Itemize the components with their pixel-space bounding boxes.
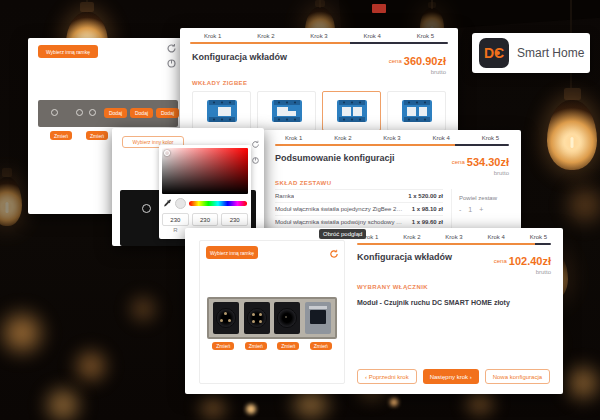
section-label: WKŁADY ZIGBEE: [180, 75, 458, 86]
change-insert-button[interactable]: Zmień: [245, 342, 267, 350]
qty-minus-button[interactable]: -: [459, 206, 461, 213]
page-title: Konfiguracja wkładów: [192, 52, 287, 62]
price-note: brutto: [494, 269, 551, 275]
change-insert-button[interactable]: Zmień: [212, 342, 234, 350]
module-card[interactable]: [192, 91, 251, 131]
module-card[interactable]: [257, 91, 316, 131]
step-progress-bar: [357, 243, 551, 245]
socket-slot-buttons: Zmień Zmień Zmień Zmień: [207, 342, 337, 350]
table-row: Moduł włącznika światła pojedynczy ZigBe…: [275, 202, 443, 215]
add-insert-button[interactable]: Dodaj: [130, 108, 153, 118]
red-sign: [372, 4, 386, 13]
choose-other-frame-button[interactable]: Wybierz inną ramkę: [206, 246, 258, 259]
change-insert-button[interactable]: Zmień: [86, 131, 108, 140]
price-label: cena: [452, 159, 465, 165]
saturation-value-area[interactable]: [162, 148, 248, 194]
step-label[interactable]: Krok 3: [445, 234, 462, 240]
rotate-preview-icon[interactable]: [166, 43, 177, 54]
config-detail-pane: Krok 1 Krok 2 Krok 3 Krok 4 Krok 5 Konfi…: [357, 228, 551, 394]
step-label[interactable]: Krok 2: [403, 234, 420, 240]
din-module-thumbnail: [400, 99, 434, 123]
bokeh-glow: [0, 305, 50, 361]
change-insert-button[interactable]: Zmień: [50, 131, 72, 140]
bokeh-glow: [196, 390, 230, 420]
inserts-config-window: Obróć podgląd Wybierz inną ramkę: [185, 228, 563, 394]
item-name: Ramka: [275, 193, 294, 199]
add-insert-button[interactable]: Dodaj: [156, 108, 179, 118]
rgb-input-b[interactable]: [221, 213, 248, 226]
bokeh-glow: [40, 382, 86, 420]
rotate-preview-tooltip: Obróć podgląd: [319, 229, 366, 239]
brand-name: Smart Home: [517, 33, 584, 73]
step-label[interactable]: Krok 2: [334, 135, 351, 141]
item-price: 1 x 98.10 zł: [412, 206, 443, 212]
change-insert-button[interactable]: Zmień: [310, 342, 332, 350]
sv-handle[interactable]: [164, 150, 170, 156]
step-label[interactable]: Krok 1: [204, 33, 221, 39]
page-title: Podsumowanie konfiguracji: [275, 153, 395, 163]
switch-panel-preview: Dodaj Dodaj Dodaj: [38, 100, 178, 127]
hue-slider[interactable]: [189, 201, 247, 206]
change-insert-button[interactable]: Zmień: [277, 342, 299, 350]
item-price: 1 x 99.60 zł: [412, 219, 443, 225]
rotate-preview-icon[interactable]: [251, 140, 260, 149]
price-value: 102.40zł: [509, 255, 551, 267]
eyedropper-icon[interactable]: [163, 199, 172, 208]
step-label[interactable]: Krok 2: [257, 33, 274, 39]
price-block: cena102.40zł brutto: [494, 252, 551, 275]
socket-frame-preview: [207, 297, 337, 339]
step-label[interactable]: Krok 4: [363, 33, 380, 39]
step-label[interactable]: Krok 3: [310, 33, 327, 39]
next-step-button[interactable]: Następny krok ›: [423, 369, 479, 384]
price-block: cena360.90zł brutto: [389, 52, 446, 75]
step-label[interactable]: Krok 5: [482, 135, 499, 141]
reset-preview-icon[interactable]: [166, 58, 177, 69]
logo-dot: [496, 51, 500, 55]
step-nav: Krok 1 Krok 2 Krok 3 Krok 4 Krok 5: [357, 228, 551, 240]
bokeh-glow: [560, 360, 600, 406]
section-label: SKŁAD ZESTAWU: [263, 176, 521, 186]
socket-module: [244, 302, 270, 334]
wizard-buttons: ‹ Poprzedni krok Następny krok › Nowa ko…: [357, 369, 550, 384]
price-label: cena: [389, 58, 402, 64]
step-label[interactable]: Krok 5: [530, 234, 547, 240]
light-bulb: [0, 168, 22, 226]
switch-touch-point: [89, 109, 96, 116]
keystone-module: [305, 302, 331, 334]
add-insert-button[interactable]: Dodaj: [104, 108, 127, 118]
current-color-swatch: [175, 198, 186, 209]
module-card[interactable]: [387, 91, 446, 131]
page-title: Konfiguracja wkładów: [357, 252, 452, 262]
step-label[interactable]: Krok 1: [285, 135, 302, 141]
dc-monogram: DC: [479, 38, 509, 68]
logo-letter-d: D: [484, 45, 494, 61]
module-card-list: [180, 86, 458, 131]
rgb-input-g[interactable]: [192, 213, 219, 226]
rgb-input-r[interactable]: [162, 213, 189, 226]
screenshot-stage: Wybierz inną ramkę Dodaj Dodaj Dodaj Zmi…: [0, 0, 600, 420]
price-value: 360.90zł: [404, 55, 446, 67]
din-module-thumbnail: [205, 99, 239, 123]
rotate-preview-icon[interactable]: [329, 245, 339, 255]
bokeh-glow: [126, 292, 160, 326]
step-label[interactable]: Krok 5: [417, 33, 434, 39]
bokeh-glow: [70, 345, 112, 387]
step-label[interactable]: Krok 4: [432, 135, 449, 141]
item-name: Moduł włącznika światła pojedynczy ZigBe…: [275, 206, 403, 212]
table-row: Moduł włącznika światła podwójny schodow…: [275, 215, 443, 228]
light-bulb: [547, 88, 597, 170]
step-label[interactable]: Krok 3: [383, 135, 400, 141]
step-label[interactable]: Krok 4: [487, 234, 504, 240]
duplicate-set-panel: Powiel zestaw - 1 +: [451, 189, 509, 228]
previous-step-button[interactable]: ‹ Poprzedni krok: [357, 369, 417, 384]
price-value: 534.30zł: [467, 156, 509, 168]
socket-module: [213, 302, 239, 334]
module-card-selected[interactable]: [322, 91, 381, 131]
din-module-thumbnail: [335, 99, 369, 123]
step-nav: Krok 1 Krok 2 Krok 3 Krok 4 Krok 5: [180, 28, 458, 39]
qty-plus-button[interactable]: +: [479, 206, 483, 213]
new-configuration-button[interactable]: Nowa konfiguracja: [485, 369, 550, 384]
choose-other-frame-button[interactable]: Wybierz inną ramkę: [38, 45, 98, 58]
reset-preview-icon[interactable]: [251, 156, 260, 165]
price-note: brutto: [452, 170, 509, 176]
